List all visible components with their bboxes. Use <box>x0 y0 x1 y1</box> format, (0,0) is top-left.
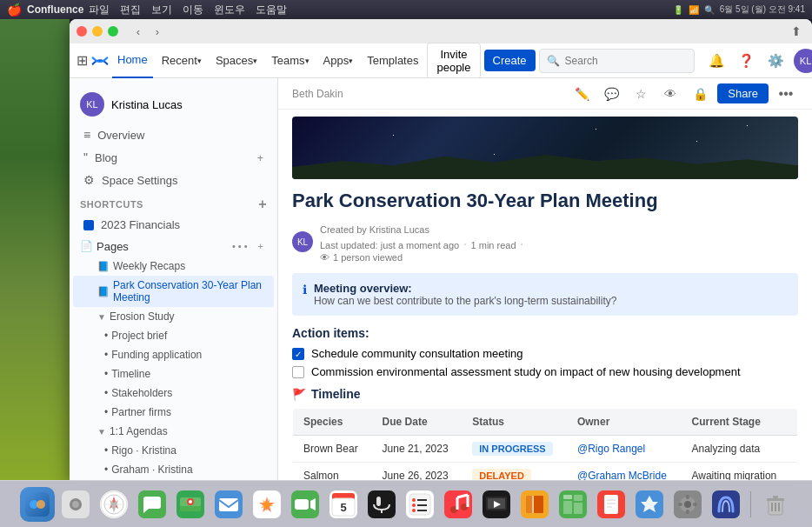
watch-icon[interactable]: 👁 <box>658 82 682 106</box>
dock-reminders[interactable] <box>403 487 437 522</box>
menu-go[interactable]: 이동 <box>183 3 203 17</box>
sidebar-item-settings[interactable]: ⚙ Space Settings <box>70 169 277 191</box>
nav-recent[interactable]: Recent ▾ <box>156 43 207 78</box>
svg-text:5: 5 <box>340 501 346 514</box>
dock-numbers[interactable] <box>556 487 590 522</box>
graham-label: Graham · Kristina <box>111 464 192 476</box>
status-cell: DELAYED <box>462 463 567 481</box>
more-options-button[interactable]: ••• <box>774 82 798 106</box>
dock-facetime[interactable] <box>288 487 323 522</box>
dock-app-store[interactable] <box>632 487 667 522</box>
comment-icon[interactable]: 💬 <box>599 82 623 106</box>
dock-books[interactable] <box>517 487 552 522</box>
owner-cell: @Rigo Rangel <box>567 436 682 463</box>
nav-teams[interactable]: Teams ▾ <box>266 43 314 78</box>
user-avatar[interactable]: KL <box>794 49 812 73</box>
page-item-funding[interactable]: • Funding application <box>73 345 274 364</box>
dock-tv[interactable] <box>479 487 514 522</box>
due-date-cell: June 21, 2023 <box>372 436 463 463</box>
owner-mention[interactable]: @Graham McBride <box>577 470 667 480</box>
sidebar-item-financials[interactable]: 2023 Financials <box>70 214 277 236</box>
menu-file[interactable]: 파일 <box>89 3 110 17</box>
page-item-park-conservation[interactable]: 📘 Park Conservation 30-Year Plan Meeting <box>73 276 274 307</box>
shortcuts-add-button[interactable]: + <box>258 197 267 212</box>
page-item-graham-kristina[interactable]: • Graham · Kristina <box>73 460 274 479</box>
help-icon[interactable]: ❓ <box>735 49 759 73</box>
page-item-stakeholders[interactable]: • Stakeholders <box>73 384 274 403</box>
checkbox-unchecked-2[interactable] <box>292 366 304 378</box>
project-brief-bullet: • <box>104 330 108 342</box>
dock-system-prefs[interactable] <box>670 487 705 522</box>
dock-mail[interactable] <box>211 487 246 522</box>
back-button[interactable]: ‹ <box>130 23 146 39</box>
invite-people-button[interactable]: Invite people <box>427 43 480 79</box>
nav-home[interactable]: Home <box>112 43 153 78</box>
stakeholders-label: Stakeholders <box>111 387 172 399</box>
confluence-logo[interactable] <box>91 50 109 71</box>
maximize-button[interactable] <box>108 26 118 37</box>
sidebar-overview-label: Overview <box>97 129 144 142</box>
menu-window[interactable]: 윈도우 <box>214 3 245 17</box>
blog-icon: " <box>83 150 88 164</box>
nav-icons: 🔔 ❓ ⚙️ KL <box>705 49 812 73</box>
sidebar-item-overview[interactable]: ≡ Overview <box>70 123 277 146</box>
page-item-partner-firms[interactable]: • Partner firms <box>73 403 274 422</box>
erosion-toggle[interactable]: ▼ <box>97 312 106 322</box>
nav-spaces[interactable]: Spaces ▾ <box>210 43 263 78</box>
app-window: ‹ › ⬆ ⊞ Home Recent ▾ Spaces ▾ Teams ▾ A… <box>70 19 812 480</box>
agendas-label: 1:1 Agendas <box>110 425 168 437</box>
dock-pages[interactable] <box>594 487 629 522</box>
forward-button[interactable]: › <box>150 23 165 39</box>
search-input[interactable] <box>565 55 687 67</box>
dock-finder[interactable] <box>20 487 55 522</box>
nav-apps[interactable]: Apps ▾ <box>318 43 359 78</box>
page-item-agendas[interactable]: ▼ 1:1 Agendas <box>73 422 274 441</box>
create-button[interactable]: Create <box>484 50 536 71</box>
window-share-icon[interactable]: ⬆ <box>788 23 805 40</box>
dock-maps[interactable] <box>173 487 208 522</box>
blog-add-icon[interactable]: + <box>256 151 263 164</box>
settings-icon[interactable]: ⚙️ <box>764 49 789 73</box>
dock-messages[interactable] <box>135 487 170 522</box>
col-owner: Owner <box>567 409 682 436</box>
dock-calendar[interactable]: 5 <box>326 487 361 522</box>
menu-help[interactable]: 도움말 <box>256 3 287 17</box>
close-button[interactable] <box>77 26 87 37</box>
stage-cell: Analyzing data <box>681 436 797 463</box>
col-stage: Current Stage <box>681 409 797 436</box>
nav-templates[interactable]: Templates <box>362 43 423 78</box>
svg-point-2 <box>37 500 45 509</box>
pages-more-button[interactable]: • • • <box>229 239 251 253</box>
star-icon[interactable]: ☆ <box>629 82 653 106</box>
dock-photos[interactable] <box>250 487 284 522</box>
dock-safari[interactable] <box>97 487 131 522</box>
agendas-toggle[interactable]: ▼ <box>97 427 106 437</box>
page-item-erosion-study[interactable]: ▼ Erosion Study <box>73 307 274 326</box>
minimize-button[interactable] <box>92 26 103 37</box>
dock-arc[interactable] <box>709 487 743 522</box>
sidebar-item-blog[interactable]: " Blog + <box>70 146 277 169</box>
page-item-weekly-recaps[interactable]: 📘 Weekly Recaps <box>73 257 274 276</box>
restrict-icon[interactable]: 🔒 <box>688 82 712 106</box>
checkbox-label-1: Schedule community consultation meeting <box>311 347 523 360</box>
bell-icon[interactable]: 🔔 <box>705 49 729 73</box>
owner-mention[interactable]: @Rigo Rangel <box>577 443 645 455</box>
checkbox-checked-1[interactable] <box>292 348 304 360</box>
menu-edit[interactable]: 편집 <box>120 3 141 17</box>
dock-music[interactable] <box>441 487 476 522</box>
pages-add-button[interactable]: + <box>255 239 267 253</box>
page-item-rigo-kristina[interactable]: • Rigo · Kristina <box>73 441 274 460</box>
menu-view[interactable]: 보기 <box>151 3 172 17</box>
dock-launchpad[interactable] <box>58 487 93 522</box>
grid-icon[interactable]: ⊞ <box>77 50 88 71</box>
share-button[interactable]: Share <box>717 83 769 103</box>
table-row: Salmon June 26, 2023 DELAYED @Graham McB… <box>293 463 798 481</box>
dock-voice-memos[interactable] <box>364 487 399 522</box>
page-item-timeline[interactable]: • Timeline <box>73 364 274 384</box>
checkbox-item-1: Schedule community consultation meeting <box>292 347 798 360</box>
page-item-project-brief[interactable]: • Project brief <box>73 326 274 345</box>
dock-trash[interactable] <box>758 487 793 522</box>
edit-icon[interactable]: ✏️ <box>569 82 594 106</box>
svg-rect-55 <box>563 501 572 514</box>
content-header: Beth Dakin ✏️ 💬 ☆ 👁 🔒 Share ••• <box>278 78 812 110</box>
